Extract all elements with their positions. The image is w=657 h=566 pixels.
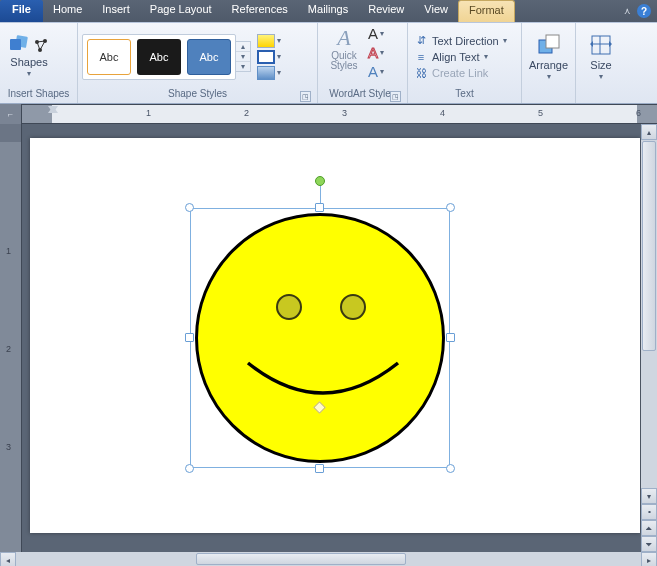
style-swatch-2[interactable]: Abc [137,39,181,75]
size-icon [588,32,614,58]
prev-page-button[interactable]: ⏶ [641,520,657,536]
dialog-launcher-icon[interactable]: ◳ [300,91,311,102]
size-button[interactable]: Size▾ [580,32,622,81]
group-size: Size▾ [576,23,626,103]
vertical-ruler[interactable]: 1 2 3 [0,124,22,552]
horizontal-ruler-row: ⌐ 1 2 3 4 5 6 [0,104,657,124]
scroll-up-icon[interactable]: ▴ [236,42,250,52]
tab-view[interactable]: View [414,0,458,22]
btn-label: Arrange [529,59,568,71]
resize-handle-tl[interactable] [185,203,194,212]
tab-page-layout[interactable]: Page Layout [140,0,222,22]
tab-file[interactable]: File [0,0,43,22]
arrange-icon [536,32,562,58]
ruler-number: 1 [6,246,11,256]
shape-fill-button[interactable]: ▾ [257,34,281,48]
text-outline-icon: A [368,44,378,61]
align-text-button[interactable]: ≡Align Text▾ [412,49,509,64]
edit-shape-icon [31,36,49,54]
group-label [580,88,622,103]
resize-handle-tr[interactable] [446,203,455,212]
create-link-button[interactable]: ⛓Create Link [412,65,509,80]
scroll-up-button[interactable]: ▴ [641,124,657,140]
resize-handle-mr[interactable] [446,333,455,342]
ruler-number: 3 [6,442,11,452]
svg-rect-5 [592,36,610,54]
ruler-number: 2 [6,344,11,354]
scroll-left-button[interactable]: ◂ [0,552,16,566]
tab-selector[interactable]: ⌐ [0,104,22,124]
next-page-button[interactable]: ⏷ [641,536,657,552]
chevron-down-icon: ▾ [380,48,384,57]
hanging-indent-marker[interactable] [48,106,58,113]
document-canvas[interactable] [22,124,641,552]
tab-label: File [12,3,31,15]
scroll-right-button[interactable]: ▸ [641,552,657,566]
ruler-number: 3 [342,108,347,118]
resize-handle-mt[interactable] [315,203,324,212]
group-arrange: Arrange▾ [522,23,576,103]
tab-references[interactable]: References [222,0,298,22]
horizontal-scrollbar[interactable]: ◂ ▸ [0,552,657,566]
chevron-down-icon: ▾ [277,68,281,77]
resize-handle-bl[interactable] [185,464,194,473]
quick-styles-button[interactable]: A Quick Styles [322,25,366,71]
text-fill-button[interactable]: A▾ [368,25,384,42]
tab-home[interactable]: Home [43,0,92,22]
rotate-connector [320,184,321,204]
ruler-number: 6 [636,108,641,118]
resize-handle-ml[interactable] [185,333,194,342]
chevron-down-icon: ▾ [599,72,603,81]
gallery-expand[interactable]: ▴ ▾ ▾ [236,41,251,72]
page[interactable] [30,138,640,533]
text-outline-button[interactable]: A▾ [368,44,384,61]
resize-handle-mb[interactable] [315,464,324,473]
btn-label: Create Link [432,67,488,79]
swatch-text: Abc [100,51,119,63]
chevron-down-icon: ▾ [484,52,488,61]
tab-mailings[interactable]: Mailings [298,0,358,22]
text-effects-icon: A [368,63,378,80]
tab-format[interactable]: Format [458,0,515,22]
arrange-button[interactable]: Arrange▾ [526,32,571,81]
text-fill-icon: A [368,25,378,42]
group-label: Shape Styles◳ [82,88,313,103]
document-area: 1 2 3 [0,124,657,552]
scroll-thumb[interactable] [196,553,406,565]
shape-effects-button[interactable]: ▾ [257,66,281,80]
more-icon[interactable]: ▾ [236,62,250,71]
vertical-scrollbar[interactable]: ▴ ▾ ∘ ⏶ ⏷ [641,124,657,552]
shape-style-gallery[interactable]: Abc Abc Abc [82,34,236,80]
help-icon[interactable]: ? [637,4,651,18]
shape-outline-button[interactable]: ▾ [257,50,281,64]
scroll-down-button[interactable]: ▾ [641,488,657,504]
scroll-track[interactable] [406,552,641,566]
text-effects-button[interactable]: A▾ [368,63,384,80]
scroll-track[interactable] [641,352,657,488]
shapes-button[interactable]: Shapes ▾ [4,36,54,78]
minimize-ribbon-icon[interactable]: ⋏ [624,6,631,16]
scroll-down-icon[interactable]: ▾ [236,52,250,62]
tab-insert[interactable]: Insert [92,0,140,22]
group-wordart-styles: A Quick Styles A▾ A▾ A▾ WordArt Styles◳ [318,23,408,103]
group-label [526,88,571,103]
ruler-number: 2 [244,108,249,118]
shape-selection[interactable] [190,208,450,468]
swatch-text: Abc [150,51,169,63]
chevron-down-icon: ▾ [277,52,281,61]
align-text-icon: ≡ [414,50,428,63]
btn-label: Align Text [432,51,480,63]
style-swatch-1[interactable]: Abc [87,39,131,75]
browse-object-button[interactable]: ∘ [641,504,657,520]
dialog-launcher-icon[interactable]: ◳ [390,91,401,102]
tab-label: Home [53,3,82,15]
horizontal-ruler[interactable]: 1 2 3 4 5 6 [22,104,657,124]
rotate-handle[interactable] [315,176,325,186]
resize-handle-br[interactable] [446,464,455,473]
scroll-thumb[interactable] [642,141,656,351]
text-direction-button[interactable]: ⇵Text Direction▾ [412,33,509,48]
style-swatch-3[interactable]: Abc [187,39,231,75]
tab-review[interactable]: Review [358,0,414,22]
smiley-shape[interactable] [195,213,445,463]
tabs-right: ⋏ ? [624,0,657,22]
